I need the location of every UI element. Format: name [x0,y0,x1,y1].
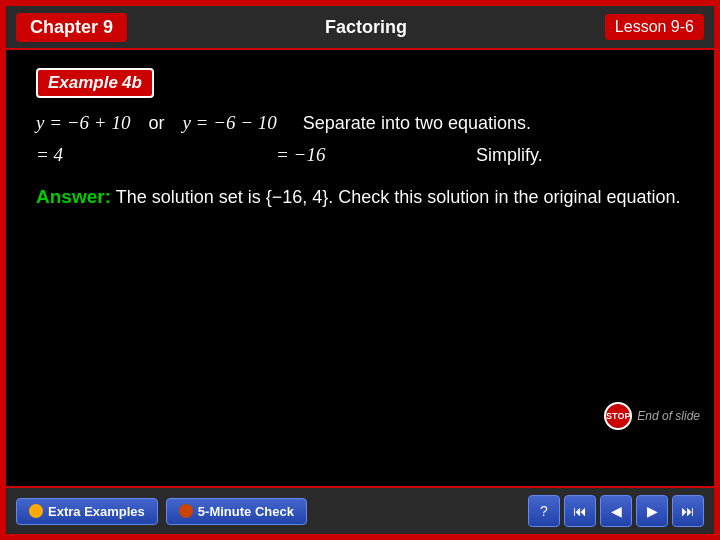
next-next-icon: ⏭ [681,503,695,519]
prev-icon: ◀ [611,503,622,519]
first-button[interactable]: ⏮ [564,495,596,527]
end-of-slide-text: End of slide [637,409,700,423]
eq-lhs: y = −6 + 10 [36,112,130,134]
main-container: Chapter 9 Factoring Lesson 9-6 Example 4… [0,0,720,540]
simplify-val2: = −16 [276,144,436,166]
simplify-label: Simplify. [476,145,543,166]
header: Chapter 9 Factoring Lesson 9-6 [6,6,714,50]
example-badge-label: Example [48,73,118,93]
answer-text: The solution set is {−16, 4}. Check this… [116,187,681,207]
equation-row: y = −6 + 10 or y = −6 − 10 Separate into… [36,112,684,134]
answer-section: Answer: The solution set is {−16, 4}. Ch… [36,182,684,212]
next-button[interactable]: ▶ [636,495,668,527]
header-title: Factoring [127,17,605,38]
or-label: or [148,113,164,134]
end-of-slide-container: STOP End of slide [604,402,700,430]
help-button[interactable]: ? [528,495,560,527]
example-badge: Example 4b [36,68,154,98]
extra-examples-icon [29,504,43,518]
example-badge-num: 4b [122,73,142,93]
question-icon: ? [540,503,548,519]
last-button[interactable]: ⏭ [672,495,704,527]
chapter-label: Chapter 9 [16,13,127,42]
prev-prev-icon: ⏮ [573,503,587,519]
lesson-label: Lesson 9-6 [605,14,704,40]
simplify-val1: = 4 [36,144,196,166]
simplify-row: = 4 = −16 Simplify. [36,144,684,166]
prev-button[interactable]: ◀ [600,495,632,527]
footer-right: ? ⏮ ◀ ▶ ⏭ [528,495,704,527]
five-minute-check-button[interactable]: 5-Minute Check [166,498,307,525]
next-icon: ▶ [647,503,658,519]
footer: Extra Examples 5-Minute Check ? ⏮ ◀ ▶ ⏭ [6,486,714,534]
eq-rhs: y = −6 − 10 [182,112,276,134]
five-minute-label: 5-Minute Check [198,504,294,519]
five-minute-icon [179,504,193,518]
content-area: Example 4b y = −6 + 10 or y = −6 − 10 Se… [6,50,714,486]
stop-icon: STOP [604,402,632,430]
answer-label: Answer: [36,186,111,207]
separate-label: Separate into two equations. [303,113,531,134]
extra-examples-label: Extra Examples [48,504,145,519]
extra-examples-button[interactable]: Extra Examples [16,498,158,525]
footer-left: Extra Examples 5-Minute Check [16,498,307,525]
